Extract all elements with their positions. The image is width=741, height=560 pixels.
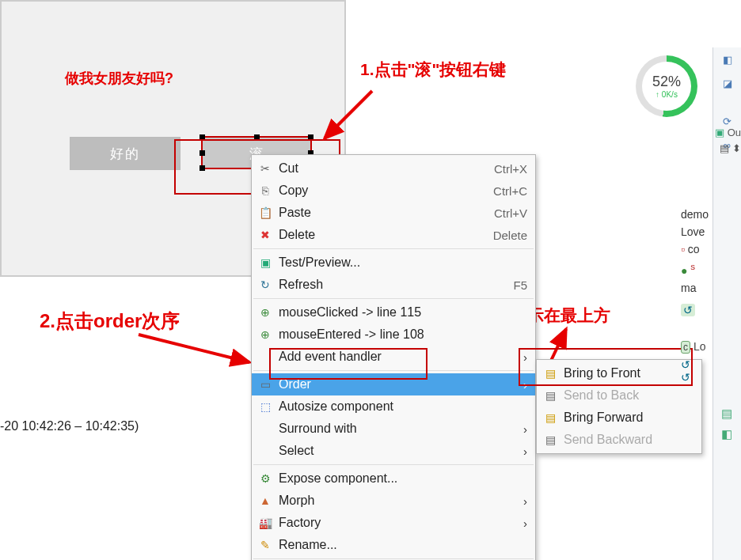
menu-morph[interactable]: ▲Morph› <box>252 490 535 512</box>
menu-select[interactable]: Select› <box>252 440 535 462</box>
svg-line-1 <box>139 335 249 362</box>
menu-mouse-entered[interactable]: ⊕mouseEntered -> line 108 <box>252 324 535 346</box>
paste-icon: 📋 <box>255 206 276 219</box>
panel-label-out: ▣ Ou <box>715 127 741 138</box>
arrow-icon <box>135 331 261 378</box>
chevron-right-icon: › <box>516 516 527 530</box>
delete-icon: ✖ <box>255 229 276 241</box>
event-icon: ⊕ <box>255 306 276 319</box>
annotation-1: 1.点击"滚"按钮右键 <box>360 59 506 81</box>
annotation-box-3 <box>519 348 693 386</box>
bottom-side-icons: ▤ ◧ <box>712 407 741 441</box>
chevron-right-icon: › <box>516 445 527 458</box>
status-time-range: -20 10:42:26 – 10:42:35) <box>0 419 139 433</box>
toolbar-icon[interactable]: ◧ <box>721 427 732 441</box>
side-toolbar: ◧ ◪ ⟳ ∞ <box>712 47 741 560</box>
gauge-speed: ↑ 0K/s <box>656 90 678 99</box>
morph-icon: ▲ <box>255 494 276 507</box>
copy-icon: ⎘ <box>255 184 276 197</box>
submenu-bring-forward[interactable]: ▤Bring Forward <box>537 407 701 429</box>
gear-icon: ⚙ <box>255 472 276 485</box>
submenu-send-backward: ▤Send Backward <box>537 429 701 451</box>
arrow-icon <box>317 83 388 154</box>
menu-cut[interactable]: ✂CutCtrl+X <box>252 157 535 180</box>
send-backward-icon: ▤ <box>540 433 560 446</box>
toolbar-icon[interactable]: ▤ <box>721 407 732 421</box>
menu-paste[interactable]: 📋PasteCtrl+V <box>252 202 535 224</box>
gauge-percent: 52% <box>652 74 681 90</box>
toolbar-icon[interactable]: ◪ <box>713 71 741 95</box>
svg-line-0 <box>325 91 372 138</box>
chevron-right-icon: › <box>516 422 527 436</box>
order-icon: ▭ <box>255 378 276 391</box>
annotation-box-2 <box>269 348 428 380</box>
rename-icon: ✎ <box>255 539 276 551</box>
layout-tree-peek: c Lo ↺ ↺ <box>681 340 712 384</box>
send-back-icon: ▤ <box>540 389 560 402</box>
cut-icon: ✂ <box>255 162 276 175</box>
menu-expose[interactable]: ⚙Expose component... <box>252 467 535 490</box>
preview-icon: ▣ <box>255 256 276 269</box>
refresh-icon: ↻ <box>255 278 276 291</box>
menu-mouse-clicked[interactable]: ⊕mouseClicked -> line 115 <box>252 301 535 324</box>
toolbar-icon[interactable]: ◧ <box>713 47 741 71</box>
menu-rename[interactable]: ✎Rename... <box>252 534 535 556</box>
event-icon: ⊕ <box>255 328 276 341</box>
menu-surround[interactable]: Surround with› <box>252 418 535 440</box>
menu-test-preview[interactable]: ▣Test/Preview... <box>252 252 535 274</box>
menu-autosize[interactable]: ⬚Autosize component <box>252 395 535 418</box>
performance-gauge[interactable]: 52% ↑ 0K/s <box>636 55 697 117</box>
form-title-label: 做我女朋友好吗? <box>65 69 173 88</box>
component-tree-peek: demo Love ▫ co ● s ma ↺ <box>681 206 712 319</box>
chevron-right-icon: › <box>516 494 527 508</box>
ok-button[interactable]: 好的 <box>70 137 180 170</box>
menu-factory[interactable]: 🏭Factory› <box>252 512 535 534</box>
menu-delete[interactable]: ✖DeleteDelete <box>252 224 535 246</box>
menu-copy[interactable]: ⎘CopyCtrl+C <box>252 180 535 202</box>
autosize-icon: ⬚ <box>255 400 276 413</box>
bring-forward-icon: ▤ <box>540 411 560 424</box>
menu-refresh[interactable]: ↻RefreshF5 <box>252 274 535 296</box>
submenu-send-to-back: ▤Send to Back <box>537 384 701 407</box>
panel-icons: ▤ ⬍ <box>720 142 741 154</box>
factory-icon: 🏭 <box>255 516 276 529</box>
